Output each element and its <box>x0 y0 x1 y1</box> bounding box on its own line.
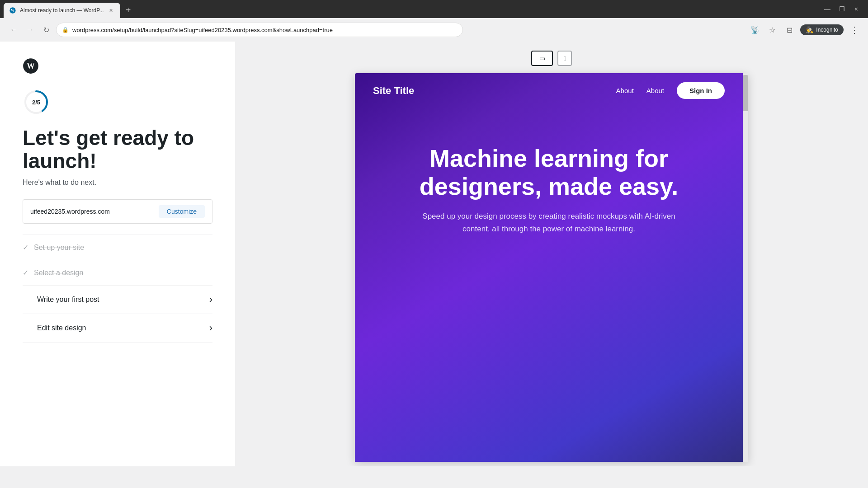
checklist-item-edit[interactable]: Edit site design › <box>23 314 212 343</box>
address-text: wordpress.com/setup/build/launchpad?site… <box>72 27 333 33</box>
scrollbar-thumb[interactable] <box>743 75 748 111</box>
incognito-icon: 🕵 <box>806 26 813 33</box>
website-preview: Site Title About About Sign In Machine l… <box>355 73 748 462</box>
chevron-right-icon-edit: › <box>209 322 212 334</box>
item-label-design: Select a design <box>34 269 212 277</box>
right-panel: ▭ ▯ Site Title About About <box>235 42 868 466</box>
site-nav-links: About About Sign In <box>616 82 725 99</box>
checklist-item-setup[interactable]: ✓ Set up your site <box>23 235 212 260</box>
preview-scrollbar[interactable] <box>743 73 748 462</box>
item-label-post: Write your first post <box>37 296 204 304</box>
close-window-button[interactable]: × <box>852 5 861 14</box>
cast-icon[interactable]: 📡 <box>749 23 761 36</box>
minimize-button[interactable]: — <box>823 5 832 14</box>
nav-link-about-1: About <box>616 87 634 94</box>
site-navbar: Site Title About About Sign In <box>355 73 743 108</box>
signin-button[interactable]: Sign In <box>677 82 725 99</box>
maximize-button[interactable]: ❐ <box>837 5 846 14</box>
wordpress-logo: W <box>23 58 212 76</box>
hero-section: Machine learning for designers, made eas… <box>355 108 743 281</box>
chevron-right-icon-post: › <box>209 294 212 305</box>
forward-button[interactable]: → <box>24 23 36 36</box>
hero-subtext: Speed up your design process by creating… <box>413 210 684 235</box>
svg-text:W: W <box>27 61 35 70</box>
desktop-view-button[interactable]: ▭ <box>531 51 553 66</box>
desktop-icon: ▭ <box>539 55 545 62</box>
lock-icon: 🔒 <box>62 27 69 33</box>
bookmark-icon[interactable]: ☆ <box>766 23 778 36</box>
checklist-item-design[interactable]: ✓ Select a design <box>23 260 212 286</box>
left-panel: W 2/5 Let's get ready to launch! Here's <box>0 42 235 466</box>
site-title: Site Title <box>373 85 414 97</box>
domain-bar: uifeed20235.wordpress.com Customize <box>23 199 212 224</box>
progress-text: 2/5 <box>32 99 40 106</box>
checklist-item-post[interactable]: Write your first post › <box>23 286 212 314</box>
mobile-view-button[interactable]: ▯ <box>557 51 572 66</box>
check-icon-setup: ✓ <box>23 243 28 252</box>
customize-button[interactable]: Customize <box>159 205 205 218</box>
tab-favicon: W <box>9 7 16 14</box>
split-screen-icon[interactable]: ⊟ <box>783 23 796 36</box>
hero-heading: Machine learning for designers, made eas… <box>391 144 707 200</box>
view-toggle: ▭ ▯ <box>531 51 572 66</box>
mobile-icon: ▯ <box>563 55 566 61</box>
domain-url: uifeed20235.wordpress.com <box>30 208 110 215</box>
subtitle: Here's what to do next. <box>23 178 212 187</box>
tab-close-icon[interactable]: × <box>108 7 115 14</box>
browser-menu-icon[interactable]: ⋮ <box>848 23 861 36</box>
address-bar[interactable]: 🔒 wordpress.com/setup/build/launchpad?si… <box>56 23 463 37</box>
tab-title: Almost ready to launch — WordP... <box>20 7 104 14</box>
svg-text:W: W <box>11 9 14 13</box>
active-tab[interactable]: W Almost ready to launch — WordP... × <box>4 3 120 18</box>
nav-link-about-2: About <box>646 87 664 94</box>
incognito-button[interactable]: 🕵 Incognito <box>800 24 844 35</box>
incognito-label: Incognito <box>816 27 838 33</box>
back-button[interactable]: ← <box>7 23 20 36</box>
check-icon-design: ✓ <box>23 268 28 277</box>
new-tab-button[interactable]: + <box>122 4 135 16</box>
checklist: ✓ Set up your site ✓ Select a design Wri… <box>23 235 212 343</box>
item-label-setup: Set up your site <box>34 244 212 252</box>
reload-button[interactable]: ↻ <box>40 23 52 36</box>
main-heading: Let's get ready to launch! <box>23 127 212 172</box>
item-label-edit: Edit site design <box>37 324 204 332</box>
progress-indicator: 2/5 <box>23 89 212 116</box>
